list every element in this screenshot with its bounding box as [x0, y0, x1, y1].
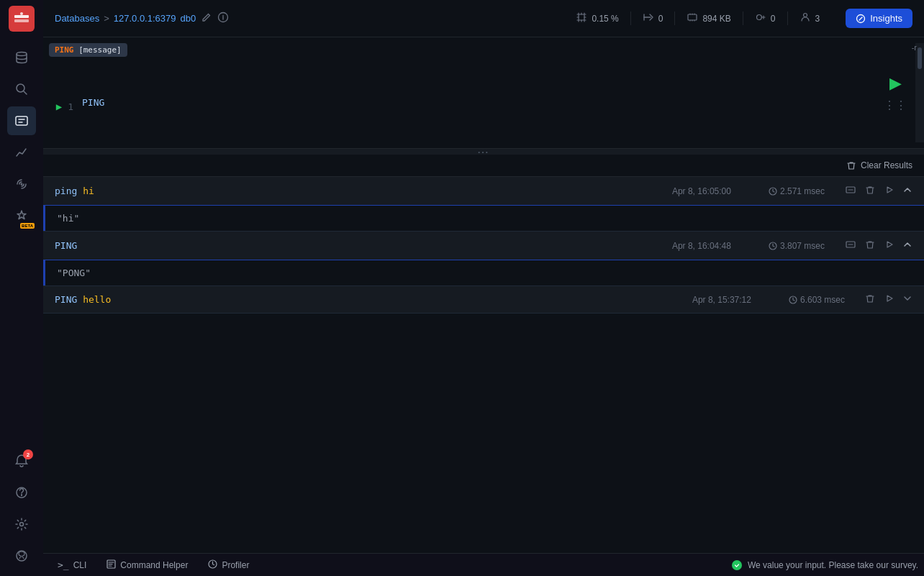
run-again-icon-1[interactable] — [884, 185, 894, 197]
run-line-icon[interactable]: ▶ — [56, 101, 62, 112]
edit-icon[interactable] — [201, 12, 212, 24]
profiler-tab[interactable]: Profiler — [199, 557, 258, 574]
result-command-3: PING hello — [55, 294, 155, 305]
result-actions-3 — [865, 293, 912, 306]
cmd-part-3: PING — [55, 294, 77, 305]
breadcrumb: Databases > 127.0.0.1:6379 db0 — [55, 13, 196, 24]
editor-tooltip: PING [message] — [49, 43, 127, 57]
clients-value: 3 — [815, 14, 820, 24]
result-actions-1 — [845, 184, 912, 198]
result-timestamp-3: Apr 8, 15:37:12 — [692, 295, 751, 305]
delete-icon-1[interactable] — [865, 185, 875, 197]
arg-part-1: hi — [77, 186, 94, 196]
run-again-icon-3[interactable] — [884, 293, 894, 306]
editor-options-icon[interactable]: ⋮⋮ — [884, 99, 907, 112]
sidebar-icon-help[interactable] — [7, 478, 36, 507]
command-helper-tab-label: Command Helper — [120, 560, 188, 570]
databases-link[interactable]: Databases — [55, 13, 99, 24]
delete-icon-3[interactable] — [865, 293, 875, 306]
collapse-icon-2[interactable] — [902, 239, 912, 252]
header: Databases > 127.0.0.1:6379 db0 — [43, 0, 924, 37]
result-timestamp-2: Apr 8, 16:04:48 — [672, 241, 731, 251]
collapse-icon-1[interactable] — [902, 185, 912, 197]
expand-view-icon-1[interactable] — [845, 184, 856, 198]
result-timestamp-1: Apr 8, 16:05:00 — [672, 186, 731, 196]
commands-value: 0 — [658, 14, 663, 24]
result-header-2[interactable]: PING Apr 8, 16:04:48 3.807 msec — [43, 232, 924, 260]
editor-area: PING [message] ▶ 1 PING ▶ ⋮⋮ -r — [43, 37, 924, 149]
insights-button[interactable]: Insights — [846, 9, 912, 28]
memory-value: 894 KB — [702, 14, 730, 24]
sidebar-icon-settings[interactable] — [7, 510, 36, 539]
results-toolbar: Clear Results — [43, 155, 924, 177]
sidebar-icon-notifications[interactable]: 2 — [7, 447, 36, 475]
command-helper-tab[interactable]: Command Helper — [98, 557, 196, 574]
arg-part-3: hello — [77, 294, 111, 305]
result-item-2: PING Apr 8, 16:04:48 3.807 msec — [43, 232, 924, 286]
result-header-1[interactable]: ping hi Apr 8, 16:05:00 2.571 msec — [43, 177, 924, 206]
result-item-1: ping hi Apr 8, 16:05:00 2.571 msec — [43, 177, 924, 232]
cli-tab-label: CLI — [73, 560, 87, 570]
tooltip-keyword: PING — [55, 45, 74, 55]
result-duration-3: 6.603 msec — [789, 295, 845, 305]
breadcrumb-separator: > — [104, 13, 109, 24]
result-duration-1: 2.571 msec — [769, 186, 825, 196]
clear-results-button[interactable]: Clear Results — [846, 160, 912, 170]
expand-view-icon-2[interactable] — [845, 239, 856, 252]
sidebar-icon-search[interactable] — [7, 75, 36, 104]
sidebar-icon-database[interactable] — [7, 43, 36, 72]
host-label: 127.0.0.1:6379 — [114, 13, 176, 24]
result-header-3[interactable]: PING hello Apr 8, 15:37:12 6.603 msec — [43, 286, 924, 313]
sidebar-icon-github[interactable] — [7, 541, 36, 570]
run-button[interactable]: ▶ — [889, 74, 902, 93]
insights-label: Insights — [870, 13, 902, 24]
result-duration-2: 3.807 msec — [769, 241, 825, 251]
commands-stat: 0 — [631, 12, 676, 25]
sidebar-icon-ai[interactable] — [7, 201, 36, 230]
scrollbar-thumb — [918, 47, 922, 69]
editor-code[interactable]: PING — [79, 43, 915, 142]
svg-point-9 — [17, 551, 27, 561]
result-command-1: ping hi — [55, 186, 155, 196]
main-content: Databases > 127.0.0.1:6379 db0 — [43, 0, 924, 576]
bottom-tabs: >_ CLI Command Helper Profiler — [43, 553, 924, 576]
svg-point-4 — [17, 84, 24, 92]
expand-icon-3[interactable] — [902, 293, 912, 306]
svg-point-2 — [20, 12, 23, 15]
editor-actions: ▶ ⋮⋮ — [884, 74, 907, 112]
delete-icon-2[interactable] — [865, 239, 875, 252]
svg-point-8 — [20, 523, 24, 526]
cli-tab[interactable]: >_ CLI — [49, 557, 95, 573]
line-numbers: ▶ 1 — [43, 43, 79, 142]
sidebar-icon-analytics[interactable] — [7, 138, 36, 167]
svg-point-14 — [803, 14, 807, 17]
sidebar-icon-editor[interactable] — [7, 106, 36, 135]
run-again-icon-2[interactable] — [884, 239, 894, 252]
resize-handle[interactable] — [43, 149, 924, 155]
db-name-label: db0 — [181, 13, 196, 24]
editor-content: ▶ 1 PING — [43, 37, 924, 148]
results-area: Clear Results ping hi Apr 8, 16:05:00 2.… — [43, 155, 924, 553]
memory-icon — [687, 12, 698, 25]
cli-tab-icon: >_ — [58, 559, 69, 570]
app-logo[interactable] — [9, 6, 35, 32]
sidebar-icon-pubsub[interactable] — [7, 170, 36, 198]
result-command-2: PING — [55, 240, 155, 251]
command-helper-tab-icon — [107, 559, 116, 571]
memory-stat: 894 KB — [675, 12, 743, 25]
cmd-part-1: ping — [55, 186, 77, 196]
result-output-2: "PONG" — [43, 260, 924, 285]
info-icon[interactable] — [217, 12, 229, 25]
header-stats: 0.15 % 0 894 KB — [564, 12, 831, 25]
sidebar: 2 — [0, 0, 43, 576]
editor-scrollbar[interactable] — [915, 43, 924, 142]
sidebar-bottom: 2 — [7, 447, 36, 570]
keys-stat: 0 — [743, 12, 788, 25]
line-number: 1 — [68, 101, 73, 112]
keys-icon — [755, 12, 766, 25]
tooltip-param-text: [message] — [78, 45, 122, 55]
editor-hint: -r — [912, 43, 917, 52]
cpu-icon — [576, 12, 587, 25]
result-duration-value-3: 6.603 msec — [800, 295, 845, 305]
notification-badge: 2 — [23, 449, 33, 460]
